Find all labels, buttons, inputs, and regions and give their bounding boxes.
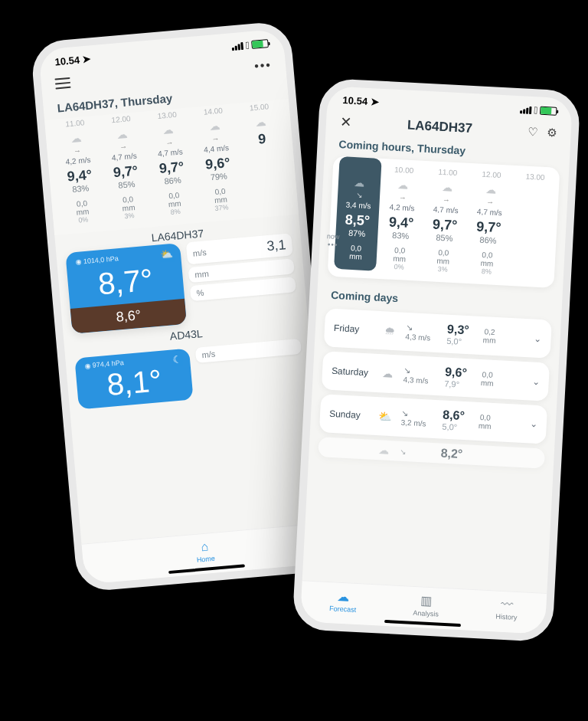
cloud-icon: ☁: [147, 123, 190, 139]
navbar: ☁ Forecast ▥ Analysis 〰 History: [300, 580, 547, 634]
cloud-icon: ☁: [379, 367, 397, 380]
current-temp: 8,7°: [76, 261, 175, 303]
location-icon: ➤: [82, 53, 91, 65]
chevron-down-icon: ⌄: [529, 418, 537, 430]
moon-icon: ☾: [172, 353, 182, 365]
wifi-icon: 􀙇: [534, 104, 538, 116]
home-icon: ⌂: [195, 539, 214, 555]
hourly-strip[interactable]: 11.00 ☁ → 4,2 m/s 9,4° 83% 0,0mm 0% 12.0…: [44, 99, 299, 235]
wifi-icon: 􀙇: [245, 39, 250, 51]
more-icon[interactable]: •••: [253, 58, 272, 74]
cloud-icon: ☁: [329, 588, 357, 605]
hour-column: 11.00 ☁ → 4,2 m/s 9,4° 83% 0,0mm 0%: [52, 116, 106, 228]
signal-icon: [520, 106, 532, 114]
nav-forecast[interactable]: ☁ Forecast: [329, 588, 358, 614]
close-icon[interactable]: ✕: [340, 113, 352, 131]
hour-column: 13.00 ☁ → 4,7 m/s 9,7° 86% 0,0mm 8%: [144, 107, 198, 219]
hour-column: 10.00 ☁ → 4,2 m/s 9,4° 83% 0,0mm 0%: [377, 159, 426, 274]
page-title: LA64DH37: [407, 118, 472, 136]
hours-card[interactable]: now••• ☁ ↘ 3,4 m/s 8,5° 87% 0,0mm 10.00 …: [328, 156, 560, 288]
location-icon: ➤: [371, 96, 380, 108]
temperature-tile[interactable]: ◉ 1014,0 hPa ⛅ 8,7° 8,6°: [65, 243, 187, 334]
day-row-sunday[interactable]: Sunday ⛅ ↘3,2 m/s 8,6°5,0° 0,0mm ⌄: [319, 394, 547, 444]
chevron-down-icon: ⌄: [531, 376, 540, 388]
status-time: 10.54: [54, 54, 80, 68]
pressure-icon: ◉: [75, 257, 82, 266]
sun-cloud-icon: ⛅: [377, 410, 394, 423]
hour-column: 11.00 ☁ → 4,7 m/s 9,7° 85% 0,0mm 3%: [421, 161, 469, 276]
battery-icon: [251, 39, 269, 49]
hour-column: 15.00 ☁ 9: [237, 100, 290, 211]
sun-cloud-icon: ⛅: [160, 248, 173, 261]
navbar: ⌂ Home: [81, 523, 328, 585]
day-row-saturday[interactable]: Saturday ☁ ↘4,3 m/s 9,6°7,9° 0,0mm ⌄: [322, 351, 550, 401]
gear-icon[interactable]: ⚙: [547, 126, 557, 140]
cloud-icon: ☁: [101, 126, 144, 143]
signal-icon: [231, 41, 243, 50]
phone-right: 10.54➤ 􀙇 ✕ LA64DH37 ♡ ⚙ Coming hours, Th…: [292, 78, 580, 643]
trend-icon: 〰: [496, 598, 518, 612]
heart-icon[interactable]: ♡: [528, 125, 538, 139]
cloud-icon: ☁: [471, 182, 511, 197]
cloud-icon: ☁: [55, 130, 98, 146]
rain-icon: 🌧: [381, 324, 399, 337]
chart-icon: ▥: [413, 593, 439, 609]
cloud-icon: ☁: [427, 180, 467, 195]
cloud-icon: ☁: [193, 118, 236, 134]
battery-icon: [540, 107, 557, 116]
nav-home[interactable]: ⌂ Home: [195, 539, 216, 564]
now-label: now•••: [321, 232, 345, 250]
status-time: 10.54: [342, 94, 368, 107]
nav-analysis[interactable]: ▥ Analysis: [413, 593, 439, 618]
hour-column: 14.00 ☁ → 4,4 m/s 9,6° 79% 0,0mm 37%: [191, 103, 244, 215]
hour-column-now: ☁ ↘ 3,4 m/s 8,5° 87% 0,0mm: [334, 156, 382, 271]
nav-history[interactable]: 〰 History: [495, 598, 518, 622]
cloud-icon: ☁: [384, 178, 423, 192]
hour-column: 12.00 ☁ → 4,7 m/s 9,7° 85% 0,0mm 3%: [98, 112, 152, 224]
pressure-icon: ◉: [84, 362, 91, 370]
cloud-icon: ☁: [340, 175, 380, 190]
hour-column: 12.00 ☁ → 4,7 m/s 9,7° 86% 0,0mm 8%: [465, 163, 513, 278]
menu-icon[interactable]: [54, 77, 70, 90]
phone-left: 10.54➤ 􀙇 ••• LA64DH37, Thursday 11.00 ☁ …: [30, 21, 337, 593]
chevron-down-icon: ⌄: [534, 333, 542, 345]
cloud-icon: ☁: [239, 114, 282, 130]
wind-meter-2[interactable]: m/s: [195, 339, 302, 363]
hour-column: 13.00: [509, 166, 557, 280]
temperature-tile-2[interactable]: ◉ 974,4 hPa ☾ 8,1°: [74, 349, 193, 410]
day-row-friday[interactable]: Friday 🌧 ↘4,3 m/s 9,3°5,0° 0,2mm ⌄: [324, 308, 552, 358]
